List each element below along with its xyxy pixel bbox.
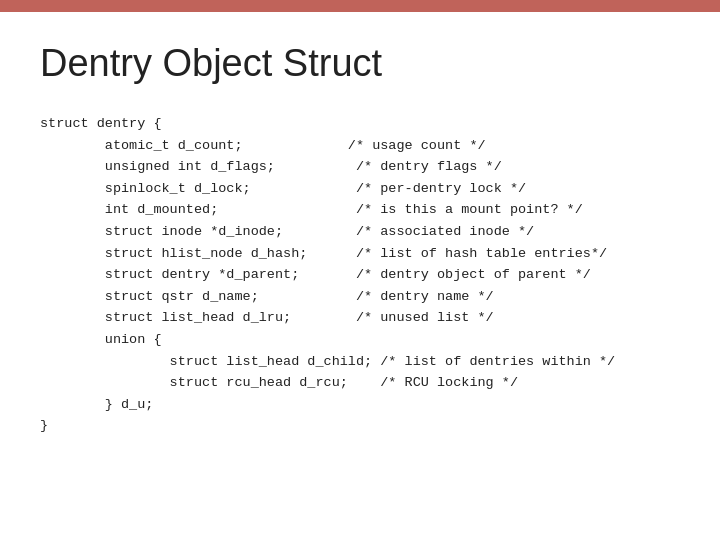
code-line-15: } [40, 418, 48, 433]
code-line-6: struct inode *d_inode; /* associated ino… [40, 224, 534, 239]
code-line-5: int d_mounted; /* is this a mount point?… [40, 202, 583, 217]
code-line-8: struct dentry *d_parent; /* dentry objec… [40, 267, 591, 282]
code-line-11: union { [40, 332, 162, 347]
code-line-10: struct list_head d_lru; /* unused list *… [40, 310, 494, 325]
comment-5: /* associated inode */ [356, 224, 534, 239]
main-content: Dentry Object Struct struct dentry { ato… [0, 12, 720, 467]
comment-6: /* list of hash table entries*/ [356, 246, 607, 261]
comment-8: /* dentry name */ [356, 289, 494, 304]
code-line-9: struct qstr d_name; /* dentry name */ [40, 289, 494, 304]
code-block: struct dentry { atomic_t d_count; /* usa… [40, 113, 680, 437]
code-line-12: struct list_head d_child; /* list of den… [40, 354, 615, 369]
page-title: Dentry Object Struct [40, 42, 680, 85]
comment-4: /* is this a mount point? */ [356, 202, 583, 217]
code-line-13: struct rcu_head d_rcu; /* RCU locking */ [40, 375, 518, 390]
comment-7: /* dentry object of parent */ [356, 267, 591, 282]
comment-3: /* per-dentry lock */ [356, 181, 526, 196]
code-line-7: struct hlist_node d_hash; /* list of has… [40, 246, 607, 261]
code-line-14: } d_u; [40, 397, 153, 412]
comment-11: /* RCU locking */ [380, 375, 518, 390]
comment-9: /* unused list */ [356, 310, 494, 325]
comment-2: /* dentry flags */ [356, 159, 502, 174]
code-line-1: struct dentry { [40, 116, 162, 131]
comment-1: /* usage count */ [348, 138, 486, 153]
comment-10: /* list of dentries within */ [380, 354, 615, 369]
code-line-2: atomic_t d_count; /* usage count */ [40, 138, 486, 153]
top-bar [0, 0, 720, 12]
code-line-3: unsigned int d_flags; /* dentry flags */ [40, 159, 502, 174]
code-line-4: spinlock_t d_lock; /* per-dentry lock */ [40, 181, 526, 196]
